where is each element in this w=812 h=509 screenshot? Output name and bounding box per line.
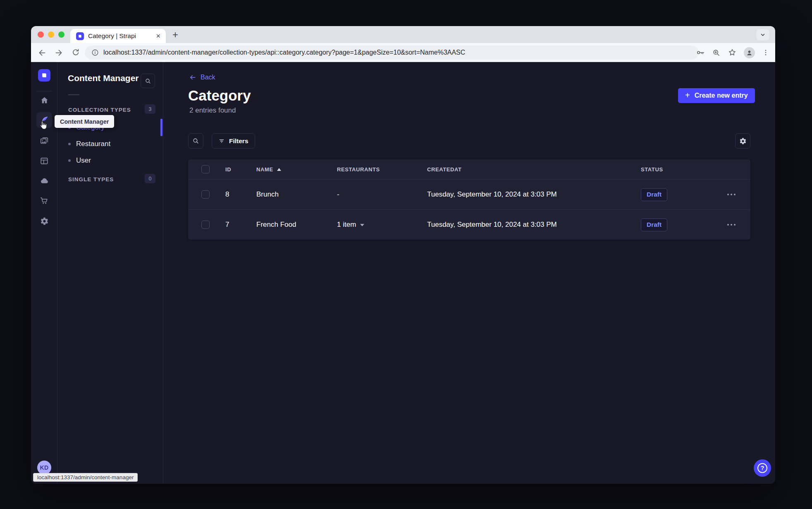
forward-icon[interactable] [55, 48, 63, 57]
active-item-indicator [160, 119, 162, 136]
bookmark-star-icon[interactable] [728, 48, 737, 57]
header-name[interactable]: NAME [256, 166, 273, 173]
row-checkbox[interactable] [201, 190, 210, 199]
search-icon [192, 137, 199, 144]
sidebar-item-settings[interactable] [36, 213, 52, 229]
plus-icon: + [685, 91, 690, 99]
cell-name: Brunch [256, 190, 337, 199]
strapi-home-logo[interactable] [38, 69, 50, 82]
row-actions-icon[interactable] [727, 194, 729, 195]
sidebar-item-user[interactable]: User [68, 156, 91, 166]
list-search-button[interactable] [188, 133, 203, 149]
toolbar-actions [696, 43, 769, 62]
cell-id: 8 [225, 190, 256, 199]
shopping-cart-icon [40, 196, 49, 205]
select-all-checkbox[interactable] [201, 165, 210, 173]
create-new-entry-button[interactable]: + Create new entry [678, 88, 755, 103]
tab-title: Category | Strapi [88, 32, 155, 40]
entries-count: 2 entries found [189, 106, 236, 115]
cell-createdat: Tuesday, September 10, 2024 at 3:03 PM [427, 221, 641, 229]
search-icon [145, 78, 151, 84]
single-types-label: SINGLE TYPES [68, 176, 114, 182]
address-bar[interactable]: localhost:1337/admin/content-manager/col… [85, 46, 699, 60]
header-status[interactable]: STATUS [641, 166, 721, 173]
help-button[interactable]: ? [754, 459, 771, 477]
tab-strip: Category | Strapi × + [31, 26, 775, 43]
nav-controls [38, 43, 80, 62]
reload-icon[interactable] [72, 48, 80, 57]
close-window-button[interactable] [38, 31, 44, 38]
subnav-search-button[interactable] [141, 74, 155, 88]
cell-createdat: Tuesday, September 10, 2024 at 3:03 PM [427, 190, 641, 199]
table-row[interactable]: 7 French Food 1 item Tuesday, September … [188, 209, 750, 240]
strapi-favicon [76, 32, 84, 40]
rail-divider [36, 91, 52, 91]
desktop: Category | Strapi × + [0, 0, 812, 509]
tab-close-icon[interactable]: × [155, 32, 162, 40]
row-actions-icon[interactable] [727, 224, 729, 226]
site-info-icon[interactable] [91, 49, 99, 56]
cell-name: French Food [256, 221, 337, 229]
collection-types-badge: 3 [145, 104, 155, 114]
content-type-builder-icon [40, 156, 49, 166]
view-settings-button[interactable] [735, 133, 750, 149]
sidebar-item-marketplace[interactable] [36, 193, 52, 209]
browser-tab[interactable]: Category | Strapi × [70, 29, 166, 43]
browser-window: Category | Strapi × + [31, 26, 775, 484]
status-badge: Draft [641, 218, 667, 231]
gear-icon [739, 137, 747, 145]
chevron-down-icon [760, 32, 766, 38]
header-id[interactable]: ID [225, 166, 256, 173]
cell-restaurants: - [337, 190, 427, 199]
user-avatar[interactable]: KD [37, 461, 51, 475]
collection-types-label: COLLECTION TYPES [68, 107, 131, 113]
browser-menu-icon[interactable] [762, 49, 769, 56]
row-checkbox[interactable] [201, 221, 210, 229]
entries-table: ID NAME RESTAURANTS CREATEDAT STATUS 8 [188, 159, 750, 240]
question-mark-icon: ? [757, 463, 767, 473]
strapi-admin: KD Content Manager COLLECTION TYPES 3 Ca… [31, 62, 775, 484]
table-row[interactable]: 8 Brunch - Tuesday, September 10, 2024 a… [188, 179, 750, 209]
tab-search-button[interactable] [756, 29, 769, 41]
sidebar-item-media-library[interactable] [36, 133, 52, 149]
header-createdat[interactable]: CREATEDAT [427, 166, 641, 173]
gear-icon [40, 217, 49, 226]
strapi-logo-icon [78, 34, 82, 38]
arrow-left-icon [189, 74, 196, 81]
browser-profile-avatar[interactable] [744, 47, 755, 58]
sidebar-item-content-type-builder[interactable] [36, 153, 52, 169]
header-restaurants[interactable]: RESTAURANTS [337, 166, 427, 173]
media-library-icon [40, 136, 49, 145]
zoom-window-button[interactable] [58, 31, 64, 38]
subnav-title: Content Manager [68, 73, 139, 83]
browser-toolbar: localhost:1337/admin/content-manager/col… [31, 43, 775, 62]
password-key-icon[interactable] [696, 48, 705, 57]
sidebar-item-restaurant[interactable]: Restaurant [68, 139, 110, 149]
filter-icon [218, 138, 225, 144]
sidebar-item-deploy[interactable] [36, 173, 52, 189]
new-tab-button[interactable]: + [172, 26, 178, 43]
main-content: Back Category 2 entries found + Create n… [163, 62, 775, 484]
back-link[interactable]: Back [189, 74, 215, 81]
sidebar-item-home[interactable] [36, 92, 52, 108]
cloud-icon [40, 176, 49, 186]
single-types-badge: 0 [145, 174, 155, 183]
cell-restaurants: 1 item [337, 221, 356, 229]
sort-asc-icon[interactable] [277, 168, 281, 171]
cell-id: 7 [225, 221, 256, 229]
content-manager-tooltip: Content Manager [55, 115, 114, 128]
person-icon [746, 49, 753, 56]
filters-button[interactable]: Filters [212, 133, 255, 149]
traffic-lights [38, 26, 64, 43]
bullet-icon [68, 143, 71, 145]
bullet-icon [68, 159, 71, 162]
expand-caret-icon[interactable] [360, 224, 364, 226]
hand-cursor [38, 120, 48, 132]
zoom-icon[interactable] [712, 48, 721, 57]
status-badge: Draft [641, 188, 667, 201]
subnav-divider [68, 94, 79, 95]
url-text[interactable]: localhost:1337/admin/content-manager/col… [103, 49, 465, 56]
back-icon[interactable] [38, 48, 46, 57]
minimize-window-button[interactable] [48, 31, 54, 38]
page-title: Category [188, 87, 251, 104]
